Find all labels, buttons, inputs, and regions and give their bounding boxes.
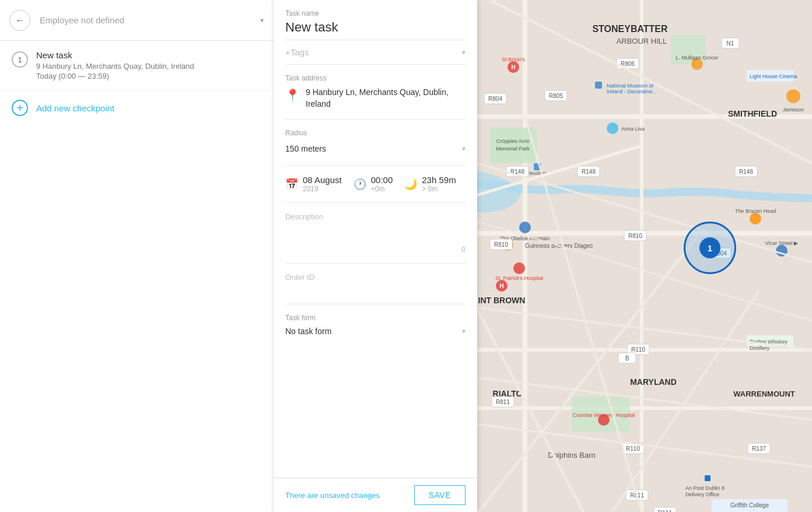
task-number-badge: 1: [12, 51, 28, 68]
svg-text:R811: R811: [496, 399, 510, 405]
date-picker[interactable]: 📅 08 August 2019: [285, 175, 342, 193]
date-info: 08 August 2019: [303, 175, 342, 193]
orderid-section: Order ID: [285, 264, 466, 304]
address-label: Task address: [285, 74, 466, 82]
time-sub: +0m: [371, 185, 393, 193]
svg-text:R810: R810: [494, 241, 508, 248]
svg-text:Croppies Acre: Croppies Acre: [496, 138, 530, 144]
tags-section[interactable]: +Tags ▾: [285, 40, 466, 65]
orderid-label: Order ID: [285, 273, 466, 282]
svg-text:N1: N1: [727, 40, 734, 47]
svg-text:B: B: [625, 355, 629, 362]
svg-point-54: [750, 213, 761, 225]
description-label: Description: [285, 212, 466, 221]
task-name-value: New task: [285, 20, 466, 35]
marker-number: 1: [708, 243, 712, 253]
taskform-value: No task form: [285, 327, 331, 336]
svg-text:St. Patrick's Hospital: St. Patrick's Hospital: [495, 275, 543, 281]
svg-point-52: [513, 262, 525, 274]
svg-text:R110: R110: [626, 446, 640, 452]
svg-text:R805: R805: [549, 93, 563, 99]
employee-select-text: Employee not defined: [40, 15, 124, 25]
address-value: 9 Hanbury Ln, Merchants Quay, Dublin, Ir…: [306, 87, 466, 110]
taskform-select[interactable]: No task form ▾: [285, 327, 466, 336]
left-header: ← Employee not defined ▾: [0, 0, 273, 41]
taskform-label: Task form: [285, 314, 466, 322]
svg-text:Delivery Office: Delivery Office: [685, 492, 719, 497]
task-info: New task 9 Hanbury Ln, Merchants Quay, D…: [36, 50, 261, 80]
detail-footer: There are unsaved changes SAVE: [274, 478, 477, 512]
task-item[interactable]: 1 New task 9 Hanbury Ln, Merchants Quay,…: [0, 41, 273, 90]
svg-text:H: H: [511, 64, 515, 71]
radius-chevron-down-icon: ▾: [462, 145, 466, 153]
save-button[interactable]: SAVE: [414, 485, 466, 505]
chevron-down-icon: ▾: [260, 16, 264, 24]
time-picker[interactable]: 🕐 00:00 +0m: [354, 175, 393, 193]
map-marker-container: 1: [684, 222, 736, 274]
svg-text:Light House Cinema: Light House Cinema: [750, 73, 797, 79]
duration-sub: > 0m: [422, 185, 456, 193]
svg-text:ARBOUR HILL: ARBOUR HILL: [617, 37, 667, 45]
svg-text:An Post Dublin 8: An Post Dublin 8: [685, 485, 724, 491]
svg-rect-105: [705, 475, 710, 481]
task-number: 1: [18, 55, 22, 64]
description-section: Description 0: [285, 203, 466, 264]
svg-point-43: [607, 122, 618, 134]
datetime-section: 📅 08 August 2019 🕐 00:00 +0m 🌙 23h 59m >…: [285, 166, 466, 203]
add-checkpoint-label: Add new checkpoint: [36, 103, 114, 113]
svg-text:STONEYBATTER: STONEYBATTER: [592, 24, 668, 34]
date-main: 08 August: [303, 175, 342, 185]
svg-rect-31: [595, 82, 602, 89]
svg-text:National Museum of: National Museum of: [607, 83, 654, 89]
description-input[interactable]: [285, 223, 466, 241]
unsaved-changes-text: There are unsaved changes: [285, 491, 380, 500]
marker-radius-circle: 1: [684, 222, 736, 274]
svg-text:Ireland - Decorative...: Ireland - Decorative...: [607, 89, 657, 94]
duration-picker[interactable]: 🌙 23h 59m > 0m: [404, 175, 456, 193]
duration-icon: 🌙: [404, 178, 417, 191]
taskform-section: Task form No task form ▾: [285, 304, 466, 345]
tags-chevron-down-icon: ▾: [462, 48, 466, 57]
task-list: 1 New task 9 Hanbury Ln, Merchants Quay,…: [0, 41, 273, 512]
employee-select[interactable]: Employee not defined ▾: [40, 15, 264, 25]
duration-main: 23h 59m: [422, 175, 456, 185]
radius-value: 150 meters: [285, 144, 326, 153]
taskform-chevron-down-icon: ▾: [462, 327, 466, 335]
task-name-label: Task name: [285, 9, 466, 17]
svg-text:Coombe Womens Hospital: Coombe Womens Hospital: [573, 412, 635, 418]
calendar-icon: 📅: [285, 178, 298, 191]
clock-icon: 🕐: [354, 178, 366, 191]
orderid-input[interactable]: [285, 285, 466, 294]
task-time-text: Today (0:00 — 23:59): [36, 72, 261, 80]
duration-info: 23h 59m > 0m: [422, 175, 456, 193]
task-address-text: 9 Hanbury Ln, Merchants Quay, Dublin, Ir…: [36, 62, 261, 71]
svg-text:WARRENMOUNT: WARRENMOUNT: [733, 390, 794, 398]
add-checkpoint[interactable]: + Add new checkpoint: [0, 90, 273, 125]
location-pin-icon: 📍: [285, 88, 300, 102]
detail-panel: Task name New task +Tags ▾ Task address …: [273, 0, 477, 512]
radius-select[interactable]: 150 meters ▾: [285, 142, 466, 156]
svg-text:MARYLAND: MARYLAND: [630, 377, 677, 387]
time-main: 00:00: [371, 175, 393, 185]
svg-text:Anna Liva: Anna Liva: [621, 126, 645, 132]
plus-icon: +: [16, 101, 23, 115]
svg-rect-45: [490, 127, 536, 161]
svg-text:R810: R810: [628, 233, 642, 239]
svg-text:R148: R148: [582, 169, 596, 175]
svg-text:L. Mulligan Grocer: L. Mulligan Grocer: [676, 55, 719, 61]
date-sub: 2019: [303, 185, 342, 193]
svg-text:INT BROWN: INT BROWN: [478, 296, 526, 305]
time-info: 00:00 +0m: [371, 175, 393, 193]
tags-placeholder: +Tags: [285, 47, 309, 57]
back-button[interactable]: ←: [9, 10, 30, 31]
marker-pin[interactable]: 1: [699, 237, 720, 258]
svg-text:Griffith College: Griffith College: [730, 502, 769, 509]
svg-text:H: H: [499, 283, 503, 289]
svg-text:Vicar Street ▶: Vicar Street ▶: [765, 240, 798, 246]
left-panel: ← Employee not defined ▾ 1 New task 9 Ha…: [0, 0, 273, 512]
add-checkpoint-icon: +: [12, 100, 28, 116]
back-arrow-icon: ←: [15, 15, 24, 26]
svg-text:R804: R804: [488, 96, 502, 102]
svg-text:St Bricin's: St Bricin's: [502, 57, 525, 62]
svg-text:Memorial Park: Memorial Park: [496, 146, 530, 152]
